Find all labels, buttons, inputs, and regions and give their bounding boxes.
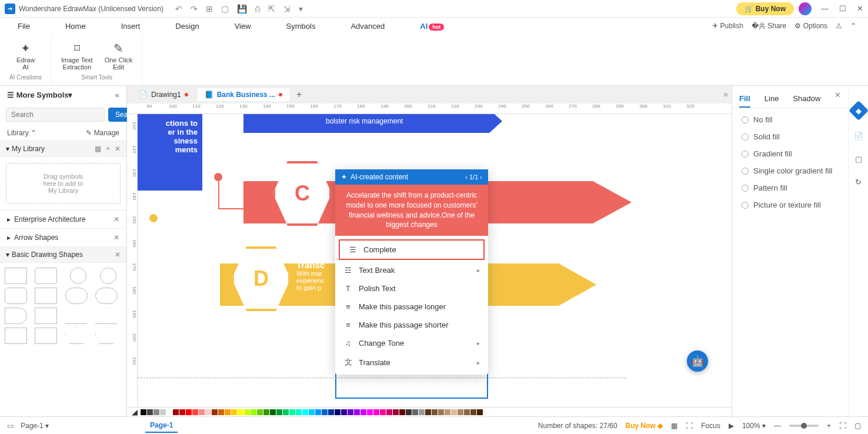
- menu-file[interactable]: File: [12, 19, 36, 33]
- shape-circle[interactable]: [70, 268, 86, 284]
- color-swatch[interactable]: [470, 409, 476, 415]
- shape-triangle2[interactable]: [95, 308, 118, 324]
- section-enterprise[interactable]: ▸Enterprise Architecture✕: [0, 210, 126, 228]
- color-swatch[interactable]: [173, 409, 179, 415]
- blue-banner-shape[interactable]: ctions to er in the siness ments: [138, 114, 202, 191]
- color-swatch[interactable]: [160, 409, 166, 415]
- text-tool-icon[interactable]: 📄: [854, 132, 863, 141]
- dropper-icon[interactable]: ◢: [132, 408, 138, 416]
- color-swatch[interactable]: [360, 409, 366, 415]
- dropdown-icon[interactable]: ▾: [68, 91, 72, 99]
- add-tab-button[interactable]: +: [292, 89, 306, 100]
- color-swatch[interactable]: [412, 409, 418, 415]
- user-avatar[interactable]: [799, 2, 812, 15]
- color-swatch[interactable]: [212, 409, 218, 415]
- color-swatch[interactable]: [218, 409, 224, 415]
- menu-home[interactable]: Home: [59, 19, 92, 33]
- history-icon[interactable]: ↻: [855, 178, 862, 186]
- view-mode-icon[interactable]: ▦: [671, 422, 677, 430]
- section-basic-shapes[interactable]: ▾Basic Drawing Shapes✕: [0, 246, 126, 263]
- collapse-panel-icon[interactable]: «: [115, 91, 119, 99]
- shape-pentagon[interactable]: [65, 328, 88, 344]
- zoom-out-icon[interactable]: —: [774, 422, 781, 430]
- color-swatch[interactable]: [328, 409, 334, 415]
- ai-longer-button[interactable]: ≡Make this passage longer: [335, 298, 488, 316]
- shape-square[interactable]: [5, 268, 27, 284]
- ai-tone-button[interactable]: ♫Change Tone▸: [335, 334, 488, 352]
- library-label[interactable]: Library ⌃: [7, 129, 36, 137]
- color-swatch[interactable]: [367, 409, 373, 415]
- open-icon[interactable]: ▢: [221, 4, 229, 14]
- pages-icon[interactable]: ▭: [7, 422, 14, 430]
- buy-now-button[interactable]: 🛒 Buy Now: [736, 2, 794, 15]
- redo-icon[interactable]: ↷: [191, 4, 198, 14]
- doc-tab-bank-business[interactable]: 📘 Bank Business ...: [198, 88, 289, 101]
- menu-symbols[interactable]: Symbols: [281, 19, 322, 33]
- gradient-fill-radio[interactable]: Gradient fill: [742, 149, 839, 158]
- fit-page-icon[interactable]: ⛶: [839, 422, 846, 430]
- color-swatch[interactable]: [309, 409, 315, 415]
- shape-rect2[interactable]: [35, 308, 57, 324]
- no-fill-radio[interactable]: No fill: [742, 115, 839, 124]
- color-swatch[interactable]: [225, 409, 231, 415]
- color-swatch[interactable]: [192, 409, 198, 415]
- color-swatch[interactable]: [464, 409, 470, 415]
- color-swatch[interactable]: [322, 409, 328, 415]
- save-icon[interactable]: 💾: [237, 4, 247, 14]
- color-swatch[interactable]: [380, 409, 386, 415]
- color-swatch[interactable]: [153, 409, 159, 415]
- fit-icon[interactable]: ⛶: [686, 422, 693, 430]
- color-swatch[interactable]: [406, 409, 412, 415]
- menu-insert[interactable]: Insert: [115, 19, 146, 33]
- blue-arrow-shape[interactable]: bolster risk management: [243, 114, 502, 133]
- collapse-ribbon-icon[interactable]: ⌃: [850, 22, 856, 30]
- shape-tab[interactable]: [5, 308, 27, 324]
- yellow-arrow-text[interactable]: Transc With mar experienc to gain p: [296, 260, 341, 291]
- ai-complete-button[interactable]: ☰Complete: [339, 239, 485, 260]
- grid-icon[interactable]: ▦: [95, 145, 101, 153]
- buy-now-link[interactable]: Buy Now ◆: [626, 422, 663, 430]
- page-selector[interactable]: Page-1 ▾: [21, 422, 49, 430]
- fullscreen-icon[interactable]: ▢: [854, 422, 861, 430]
- color-swatch[interactable]: [432, 409, 438, 415]
- pattern-fill-radio[interactable]: Pattern fill: [742, 183, 839, 192]
- color-swatch[interactable]: [199, 409, 205, 415]
- shape-pentagon2[interactable]: [95, 328, 118, 344]
- new-icon[interactable]: ⊞: [206, 4, 213, 14]
- shape-triangle[interactable]: [65, 308, 88, 324]
- shape-capsule[interactable]: [65, 288, 88, 304]
- add-icon[interactable]: +: [106, 145, 110, 153]
- zoom-in-icon[interactable]: +: [827, 422, 831, 430]
- color-swatch[interactable]: [302, 409, 308, 415]
- zoom-slider[interactable]: [789, 425, 819, 427]
- close-icon[interactable]: ✕: [115, 145, 121, 153]
- section-arrow[interactable]: ▸Arrow Shapes✕: [0, 228, 126, 246]
- color-swatch[interactable]: [451, 409, 457, 415]
- menu-advanced[interactable]: Advanced: [345, 19, 390, 33]
- shape-rect3[interactable]: [5, 328, 27, 344]
- color-swatch[interactable]: [276, 409, 282, 415]
- color-swatch[interactable]: [238, 409, 243, 415]
- close-icon[interactable]: ✕: [113, 233, 119, 242]
- color-swatch[interactable]: [263, 409, 269, 415]
- ai-nav[interactable]: ‹ 1/1 ›: [465, 173, 482, 181]
- canvas[interactable]: 110120130140150160170180190200210 ctions…: [127, 114, 732, 407]
- solid-fill-radio[interactable]: Solid fill: [742, 132, 839, 141]
- notification-icon[interactable]: ⚠: [836, 22, 842, 30]
- color-swatch[interactable]: [354, 409, 360, 415]
- color-swatch[interactable]: [270, 409, 276, 415]
- doc-tab-drawing1[interactable]: 📄 Drawing1: [132, 88, 195, 101]
- connector[interactable]: [218, 177, 219, 209]
- color-swatch[interactable]: [335, 409, 340, 415]
- line-tab[interactable]: Line: [764, 91, 779, 108]
- ai-assistant-button[interactable]: 🤖: [687, 350, 708, 372]
- color-swatch[interactable]: [141, 409, 146, 415]
- my-library-header[interactable]: ▾My Library ▦ + ✕: [0, 141, 126, 157]
- ai-translate-button[interactable]: 文Translate▸: [335, 352, 488, 372]
- yellow-dot[interactable]: [149, 214, 158, 222]
- menu-view[interactable]: View: [229, 19, 257, 33]
- edraw-ai-button[interactable]: ✦ Edraw AI: [16, 41, 35, 71]
- color-swatch[interactable]: [251, 409, 256, 415]
- color-swatch[interactable]: [179, 409, 185, 415]
- close-icon[interactable]: ✕: [113, 215, 119, 223]
